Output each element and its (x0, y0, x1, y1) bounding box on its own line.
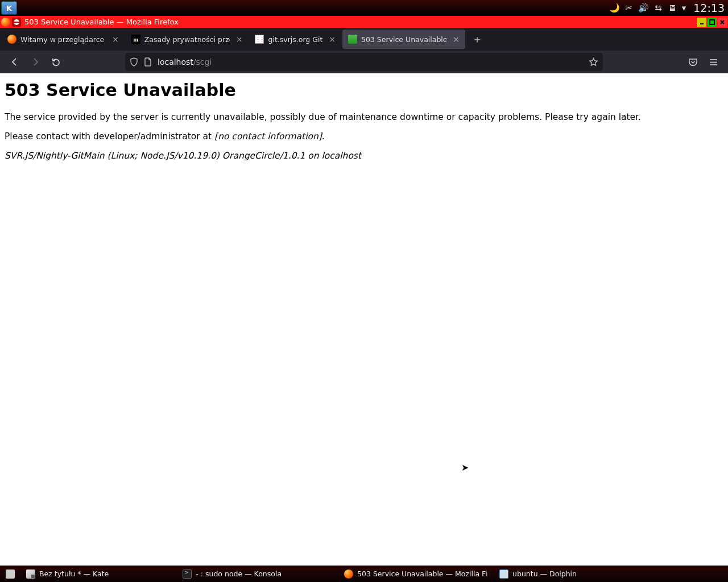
firefox-icon (1, 18, 10, 27)
window-minimize-button[interactable] (697, 18, 706, 27)
close-tab-icon[interactable]: × (112, 35, 119, 44)
tab-welcome[interactable]: Witamy w przeglądarce Fire × (2, 30, 125, 49)
task-kate[interactable]: Bez tytułu * — Kate (20, 566, 114, 582)
server-signature: SVR.JS/Nightly-GitMain (Linux; Node.JS/v… (5, 150, 723, 161)
browser-navbar: localhost/scgi (0, 51, 728, 73)
scissors-icon[interactable]: ✂ (626, 3, 633, 13)
task-label: ubuntu — Dolphin (512, 569, 577, 578)
git-favicon-icon (255, 35, 264, 44)
task-label: - : sudo node — Konsola (196, 569, 282, 578)
tab-503[interactable]: 503 Service Unavailable × (342, 30, 465, 49)
contact-info: [no contact information] (214, 131, 322, 142)
tab-label: Witamy w przeglądarce Fire (20, 35, 106, 44)
new-tab-button[interactable]: ＋ (469, 31, 485, 47)
mozilla-favicon-icon: m (131, 35, 140, 44)
window-title: 503 Service Unavailable — Mozilla Firefo… (24, 18, 179, 26)
task-konsole[interactable]: - : sudo node — Konsola (177, 566, 287, 582)
page-icon (144, 57, 152, 66)
close-tab-icon[interactable]: × (453, 35, 460, 44)
forward-button[interactable] (27, 54, 43, 70)
desktop-icon (6, 569, 15, 579)
tab-label: git.svrjs.org Git (268, 35, 322, 44)
adblock-icon (12, 18, 21, 27)
window-titlebar[interactable]: 503 Service Unavailable — Mozilla Firefo… (0, 16, 728, 28)
svg-rect-1 (710, 20, 714, 24)
task-label: 503 Service Unavailable — Mozilla Fir… (357, 569, 488, 578)
close-tab-icon[interactable]: × (236, 35, 243, 44)
dolphin-icon (499, 569, 508, 579)
clock[interactable]: 12:13 (693, 2, 725, 14)
tab-git[interactable]: git.svrjs.org Git × (249, 30, 341, 49)
kate-icon (26, 569, 35, 579)
url-bar[interactable]: localhost/scgi (125, 53, 603, 71)
show-desktop-button[interactable] (0, 566, 20, 582)
tab-label: 503 Service Unavailable (361, 35, 446, 44)
chevron-down-icon[interactable]: ▾ (682, 3, 686, 13)
url-path: /scgi (193, 57, 212, 66)
volume-icon[interactable]: 🔊 (638, 3, 649, 13)
desktop-taskbar: Bez tytułu * — Kate - : sudo node — Kons… (0, 566, 728, 582)
error-heading: 503 Service Unavailable (5, 80, 723, 100)
kde-glyph: K (6, 4, 12, 13)
contact-pre: Please contact with developer/administra… (5, 131, 214, 142)
tab-privacy[interactable]: m Zasady prywatności przeglą × (126, 30, 249, 49)
pocket-icon[interactable] (685, 54, 701, 70)
contact-post: . (322, 131, 325, 142)
window-maximize-button[interactable] (708, 18, 717, 27)
reload-button[interactable] (48, 54, 64, 70)
browser-tab-strip: Witamy w przeglądarce Fire × m Zasady pr… (0, 28, 728, 51)
url-text: localhost/scgi (158, 57, 212, 66)
firefox-icon (344, 569, 353, 579)
tab-label: Zasady prywatności przeglą (144, 35, 230, 44)
night-mode-icon[interactable]: 🌙 (609, 3, 620, 13)
desktop-top-panel: K 🌙 ✂ 🔊 ⇆ 🖥 ▾ 12:13 (0, 0, 728, 16)
page-content: 503 Service Unavailable The service prov… (0, 73, 728, 566)
display-icon[interactable]: 🖥 (668, 3, 676, 13)
firefox-favicon-icon (7, 35, 16, 44)
svrjs-favicon-icon (348, 35, 357, 44)
shield-icon[interactable] (130, 57, 138, 66)
bookmark-star-icon[interactable] (589, 57, 598, 67)
window-close-button[interactable] (718, 18, 727, 27)
url-host: localhost (158, 57, 193, 66)
error-contact: Please contact with developer/administra… (5, 131, 723, 142)
task-label: Bez tytułu * — Kate (39, 569, 109, 578)
task-firefox[interactable]: 503 Service Unavailable — Mozilla Fir… (338, 566, 494, 582)
network-icon[interactable]: ⇆ (655, 3, 662, 13)
error-description: The service provided by the server is cu… (5, 111, 723, 123)
terminal-icon (183, 569, 192, 579)
hamburger-menu-icon[interactable] (705, 54, 721, 70)
close-tab-icon[interactable]: × (329, 35, 336, 44)
task-dolphin[interactable]: ubuntu — Dolphin (494, 566, 582, 582)
back-button[interactable] (7, 54, 23, 70)
kde-launcher-button[interactable]: K (1, 1, 17, 15)
